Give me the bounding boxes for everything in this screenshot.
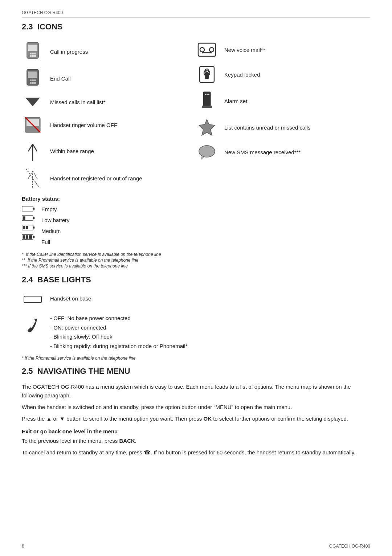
voicemail-label: New voice mail** <box>224 47 265 53</box>
unread-calls-icon <box>196 118 218 137</box>
section-nav-num: 2.5 <box>22 367 37 376</box>
end-call-label: End Call <box>50 75 71 82</box>
icons-left-col: Call in progress End Call <box>22 38 196 192</box>
footnote-1-mark: * <box>22 252 26 257</box>
phone-light-labels: - OFF: No base power connected - ON: pow… <box>50 314 188 351</box>
section-icons-title: 2.3 ICONS <box>22 22 370 32</box>
icons-grid: Call in progress End Call <box>22 38 370 192</box>
footnote-3-text: If the SMS service is available on the t… <box>28 263 128 269</box>
icon-row-end-call: End Call <box>22 65 196 92</box>
section-base-lights: 2.4 BASE LIGHTS Handset on base - OFF: N… <box>22 275 370 361</box>
icon-row-call-progress: Call in progress <box>22 38 196 65</box>
phone-light-icon <box>22 314 44 334</box>
base-lights-row-phone-light: - OFF: No base power connected - ON: pow… <box>22 311 370 353</box>
svg-rect-5 <box>30 55 32 57</box>
nav-para-2: When the handset is switched on and in s… <box>22 403 370 412</box>
svg-rect-40 <box>208 94 209 95</box>
battery-full-label: Full <box>41 237 70 247</box>
footnote-2-mark: ** <box>22 258 28 263</box>
missed-calls-label: Missed calls in call list* <box>50 99 106 105</box>
out-of-range-icon <box>22 168 44 188</box>
phone-light-line-3: - Blinking slowly: Off hook <box>50 334 112 340</box>
base-lights-footnote: * If the Phonemail service is available … <box>22 356 370 361</box>
footnote-2-text: If the Phonemail service is available on… <box>28 258 139 263</box>
icon-row-unread-calls: List contains unread or missed calls <box>196 114 370 140</box>
battery-empty-label: Empty <box>41 205 70 214</box>
footnote-2: ** If the Phonemail service is available… <box>22 258 370 263</box>
svg-rect-4 <box>34 53 36 54</box>
nav-para-1: The OGATECH OG-R400 has a menu system wh… <box>22 383 370 400</box>
svg-rect-33 <box>205 73 209 79</box>
voicemail-icon <box>196 42 218 58</box>
section-nav-label: NAVIGATING THE MENU <box>37 367 130 376</box>
svg-rect-44 <box>22 206 33 211</box>
svg-rect-51 <box>23 226 25 229</box>
handset-on-base-label: Handset on base <box>50 294 91 303</box>
section-icons-num: 2.3 <box>22 22 37 31</box>
svg-rect-14 <box>32 82 34 84</box>
phone-light-line-1: - OFF: No base power connected <box>50 315 131 321</box>
within-range-label: Within base range <box>50 148 94 154</box>
icon-row-sms: New SMS message received*** <box>196 140 370 164</box>
svg-rect-11 <box>32 79 34 81</box>
battery-rows: Empty Low battery Medium Full <box>22 205 370 247</box>
battery-texts-col: Empty Low battery Medium Full <box>41 205 70 247</box>
svg-rect-3 <box>32 53 34 54</box>
call-progress-label: Call in progress <box>50 49 88 55</box>
svg-rect-54 <box>33 236 34 238</box>
phone-light-line-4: - Blinking rapidly: during registration … <box>50 343 188 349</box>
svg-rect-48 <box>23 216 25 220</box>
footer-brand: OGATECH OG-R400 <box>329 544 370 549</box>
icon-row-missed-calls: Missed calls in call list* <box>22 92 196 112</box>
svg-rect-2 <box>30 53 32 54</box>
battery-medium-icon <box>22 224 35 232</box>
keypad-locked-icon <box>196 65 218 84</box>
footnote-1-text: If the Caller line identification servic… <box>26 252 161 257</box>
subsection-exit-title: Exit or go back one level in the menu <box>22 428 370 434</box>
brand-label: OGATECH OG-R400 <box>22 10 63 15</box>
section-nav-title: 2.5 NAVIGATING THE MENU <box>22 367 370 376</box>
battery-icons-col <box>22 205 35 241</box>
subsection-exit-para-2: To cancel and return to standby at any t… <box>22 448 370 457</box>
svg-rect-45 <box>33 208 34 210</box>
battery-medium-label: Medium <box>41 226 70 236</box>
battery-empty-icon <box>22 205 35 213</box>
svg-rect-27 <box>198 43 216 56</box>
icon-row-ringer-off: Handset ringer volume OFF <box>22 112 196 138</box>
missed-calls-icon <box>22 95 44 109</box>
svg-line-25 <box>33 171 37 179</box>
footnote-1: * If the Caller line identification serv… <box>22 252 370 257</box>
svg-rect-10 <box>30 79 32 81</box>
icon-row-keypad-locked: Keypad locked <box>196 61 370 87</box>
ringer-off-label: Handset ringer volume OFF <box>50 122 117 128</box>
battery-low-label: Low battery <box>41 216 70 225</box>
icon-row-within-range: Within base range <box>22 138 196 164</box>
unread-calls-label: List contains unread or missed calls <box>224 124 311 131</box>
svg-rect-15 <box>34 82 36 84</box>
sms-received-label: New SMS message received*** <box>224 149 301 155</box>
subsection-exit-para-1: To the previous level in the menu, press… <box>22 437 370 445</box>
footer-page-number: 6 <box>22 544 24 549</box>
svg-rect-12 <box>34 79 36 81</box>
svg-rect-57 <box>29 235 32 239</box>
svg-line-22 <box>33 144 37 151</box>
battery-full-icon <box>22 233 35 241</box>
svg-marker-41 <box>199 119 215 135</box>
svg-marker-16 <box>25 98 40 106</box>
alarm-set-label: Alarm set <box>224 98 247 104</box>
phone-light-line-2: - ON: power connected <box>50 324 106 331</box>
brand-header: OGATECH OG-R400 <box>22 10 370 18</box>
svg-rect-50 <box>33 226 34 229</box>
svg-rect-9 <box>28 71 37 78</box>
svg-rect-39 <box>207 94 208 95</box>
nav-section: 2.5 NAVIGATING THE MENU The OGATECH OG-R… <box>22 367 370 457</box>
battery-status-title: Battery status: <box>22 196 370 202</box>
svg-rect-6 <box>32 55 34 57</box>
keypad-locked-label: Keypad locked <box>224 71 260 78</box>
alarm-set-icon <box>196 91 218 111</box>
battery-section: Battery status: <box>22 196 370 247</box>
section-base-lights-title: 2.4 BASE LIGHTS <box>22 275 370 285</box>
icons-right-col: New voice mail** Keypad locked <box>196 38 370 192</box>
svg-rect-1 <box>28 45 37 51</box>
within-range-icon <box>22 141 44 161</box>
